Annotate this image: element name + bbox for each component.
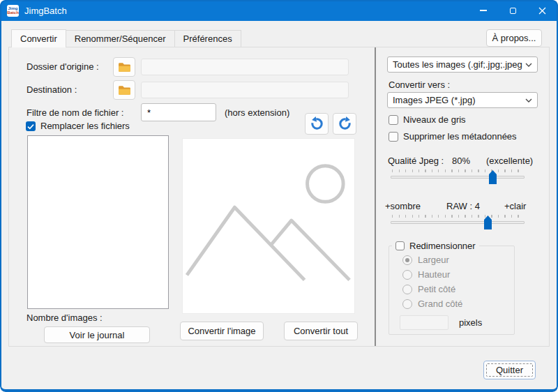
raw-lighter-label: +clair <box>504 201 526 212</box>
raw-slider-ticks <box>392 215 525 218</box>
radio-petit-cote[interactable]: Petit côté <box>402 284 455 295</box>
image-preview <box>182 138 355 314</box>
app-icon-text-bottom: Batch <box>7 10 19 15</box>
minimize-button[interactable] <box>469 0 498 21</box>
radio-grand-cote[interactable]: Grand côté <box>402 299 462 310</box>
resize-checkbox[interactable]: Redimensionner <box>392 241 479 251</box>
rotate-ccw-icon <box>309 116 325 132</box>
target-format-value: Images JPEG (*.jpg) <box>393 95 522 105</box>
chevron-down-icon <box>525 98 532 103</box>
radio-hauteur[interactable]: Hauteur <box>402 269 450 280</box>
folder-icon <box>118 85 131 96</box>
folder-icon <box>118 62 131 73</box>
tab-convertir[interactable]: Convertir <box>11 29 66 47</box>
checkbox-unchecked-icon <box>389 115 398 125</box>
close-button[interactable] <box>527 0 557 21</box>
resize-label: Redimensionner <box>409 241 476 251</box>
view-log-button[interactable]: Voir le journal <box>44 326 150 343</box>
source-format-dropdown[interactable]: Toutes les images (.gif;.jpg;.jpeg;.jpe <box>387 56 538 73</box>
window-title: JimgBatch <box>24 6 67 16</box>
source-path-field <box>141 59 349 75</box>
quit-button[interactable]: Quitter <box>483 361 536 379</box>
filename-filter-input[interactable] <box>141 103 216 121</box>
tab-renommer-sequencer[interactable]: Renommer/Séquencer <box>66 30 175 47</box>
convert-tab-page: Dossier d'origine : Destination : Filtre… <box>8 47 550 347</box>
destination-folder-label: Destination : <box>27 84 77 96</box>
strip-metadata-checkbox[interactable]: Supprimer les métadonnées <box>389 131 517 142</box>
tab-label: Convertir <box>20 33 57 44</box>
radio-label: Hauteur <box>418 269 450 280</box>
tab-preferences[interactable]: Préférences <box>174 30 241 47</box>
tab-label: Préférences <box>183 33 232 44</box>
pixels-unit-label: pixels <box>459 317 482 329</box>
jpeg-quality-label: Qualité Jpeg : <box>388 156 444 167</box>
maximize-icon <box>510 8 516 14</box>
rotate-right-button[interactable] <box>333 113 356 135</box>
destination-path-field <box>141 82 349 98</box>
source-folder-button[interactable] <box>113 57 135 77</box>
tab-strip: Convertir Renommer/Séquencer Préférences <box>11 29 241 47</box>
resize-pixels-input <box>400 315 448 330</box>
destination-folder-button[interactable] <box>113 80 135 100</box>
radio-label: Petit côté <box>418 284 455 295</box>
source-format-value: Toutes les images (.gif;.jpg;.jpeg;.jpe <box>393 59 522 70</box>
jpeg-quality-slider-track[interactable] <box>391 176 525 179</box>
replace-files-label: Remplacer les fichiers <box>40 121 130 132</box>
checkbox-unchecked-icon <box>389 132 398 142</box>
maximize-button[interactable] <box>498 0 527 21</box>
image-list[interactable] <box>27 135 169 309</box>
image-placeholder-icon <box>183 138 354 314</box>
radio-largeur[interactable]: Largeur <box>402 255 449 266</box>
check-icon <box>27 123 34 130</box>
image-count-caption: Nombre d'images : <box>27 312 103 323</box>
image-count-label: Nombre d'images : <box>27 312 103 324</box>
checkbox-unchecked-icon <box>395 241 405 250</box>
convert-to-label: Convertir vers : <box>389 80 450 91</box>
raw-value-label: RAW : 4 <box>446 201 480 212</box>
grayscale-checkbox[interactable]: Niveaux de gris <box>389 114 466 126</box>
tab-label: Renommer/Séquencer <box>75 33 166 44</box>
rotate-cw-icon <box>337 116 353 132</box>
app-window: Jimg Batch JimgBatch Convertir Renommer/… <box>0 0 558 392</box>
rotate-left-button[interactable] <box>305 113 329 135</box>
convert-all-button[interactable]: Convertir tout <box>284 322 358 340</box>
radio-label: Grand côté <box>418 299 462 310</box>
about-button[interactable]: À propos... <box>486 29 542 47</box>
app-icon: Jimg Batch <box>7 5 19 17</box>
filename-filter-hint: (hors extension) <box>225 107 289 119</box>
panel-divider <box>375 47 376 346</box>
jpeg-quality-slider-thumb[interactable] <box>489 170 497 184</box>
strip-metadata-label: Supprimer les métadonnées <box>403 131 517 142</box>
raw-darker-label: +sombre <box>385 201 421 212</box>
quit-label: Quitter <box>496 365 523 375</box>
close-icon <box>538 7 546 15</box>
radio-icon <box>402 299 412 309</box>
raw-slider-thumb[interactable] <box>484 216 492 229</box>
title-bar: Jimg Batch JimgBatch <box>0 0 558 21</box>
chevron-down-icon <box>525 63 532 67</box>
window-controls <box>469 0 557 21</box>
minimize-icon <box>480 10 487 11</box>
source-folder-label: Dossier d'origine : <box>27 61 99 73</box>
radio-icon <box>402 270 412 280</box>
radio-selected-icon <box>402 255 412 265</box>
grayscale-label: Niveaux de gris <box>403 114 466 126</box>
raw-slider-track[interactable] <box>391 221 525 224</box>
replace-files-checkbox[interactable]: Remplacer les fichiers <box>26 121 130 132</box>
radio-icon <box>402 285 412 294</box>
convert-image-button[interactable]: Convertir l'image <box>180 322 264 340</box>
checkbox-checked-icon <box>26 121 36 131</box>
jpeg-quality-value: 80% <box>452 156 470 167</box>
target-format-dropdown[interactable]: Images JPEG (*.jpg) <box>387 92 538 108</box>
jpeg-quality-slider-ticks <box>392 169 525 172</box>
jpeg-quality-note: (excellente) <box>486 156 533 167</box>
radio-label: Largeur <box>418 255 449 266</box>
filename-filter-label: Filtre de nom de fichier : <box>27 107 123 119</box>
